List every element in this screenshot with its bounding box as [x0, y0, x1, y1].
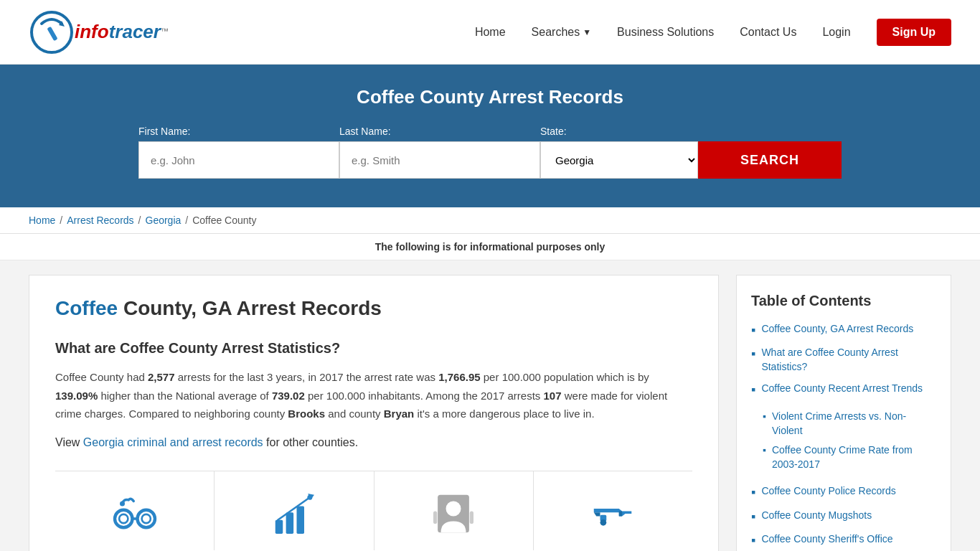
body-text-2: arrests for the last 3 years, in 2017 th… [178, 371, 435, 383]
svg-point-3 [115, 509, 133, 527]
stat-rate: 1,766.95 [438, 371, 480, 383]
body-text-8: it's a more dangerous place to live in. [417, 408, 594, 420]
county2: Bryan [384, 408, 415, 420]
svg-rect-15 [433, 511, 437, 524]
searches-link[interactable]: Searches ▼ [532, 26, 591, 39]
toc-link-police-records[interactable]: Coffee County Police Records [761, 484, 895, 499]
breadcrumb-current: Coffee County [192, 215, 256, 226]
body-text-1: Coffee County had [55, 371, 145, 383]
article-section: Coffee County, GA Arrest Records What ar… [29, 275, 719, 551]
toc-title: Table of Contents [751, 293, 936, 309]
svg-rect-9 [286, 512, 294, 534]
signup-button[interactable]: Sign Up [877, 19, 951, 46]
toc-item-statistics: ▪ What are Coffee County Arrest Statisti… [751, 346, 936, 374]
toc-bullet-6: ▪ [751, 532, 755, 549]
first-name-group: First Name: [138, 126, 339, 179]
last-name-label: Last Name: [339, 126, 540, 137]
logo-icon [29, 9, 75, 55]
breadcrumb-georgia[interactable]: Georgia [146, 215, 182, 226]
breadcrumb: Home / Arrest Records / Georgia / Coffee… [0, 207, 980, 234]
svg-point-18 [600, 519, 607, 525]
gun-icon [588, 489, 638, 539]
sidebar-toc: Table of Contents ▪ Coffee County, GA Ar… [736, 275, 951, 551]
svg-rect-8 [275, 519, 283, 533]
stat-national: 739.02 [272, 390, 305, 402]
toc-item-trends: ▪ Coffee County Recent Arrest Trends ▪ V… [751, 382, 936, 478]
search-form: First Name: Last Name: State: Georgia Al… [138, 126, 842, 179]
stat-violent: 107 [544, 390, 562, 402]
view-records-suffix: for other counties. [263, 436, 359, 448]
toc-sub-bullet-2: ▪ [763, 443, 766, 458]
toc-link-crime-rate[interactable]: Coffee County Crime Rate from 2003-2017 [772, 443, 936, 471]
svg-rect-2 [47, 26, 57, 40]
login-link[interactable]: Login [822, 26, 850, 39]
toc-link-mugshots[interactable]: Coffee County Mugshots [761, 509, 872, 523]
logo[interactable]: infotracer™ [29, 9, 169, 55]
home-link[interactable]: Home [475, 26, 506, 39]
breadcrumb-arrest-records[interactable]: Arrest Records [67, 215, 133, 226]
main-content: Coffee County, GA Arrest Records What ar… [0, 260, 980, 551]
svg-point-14 [446, 501, 461, 516]
stat-arrests: 2,577 [148, 371, 175, 383]
handcuffs-icon [110, 489, 160, 539]
toc-link-trends[interactable]: Coffee County Recent Arrest Trends [761, 382, 923, 396]
toc-link-violent[interactable]: Violent Crime Arrests vs. Non-Violent [772, 410, 936, 438]
breadcrumb-sep-3: / [185, 215, 188, 226]
last-name-group: Last Name: [339, 126, 540, 179]
nav-links: Home Searches ▼ Business Solutions Conta… [475, 19, 951, 46]
article-title-highlight: Coffee [55, 297, 118, 319]
svg-point-7 [120, 501, 125, 506]
toc-sub-item-crime-rate: ▪ Coffee County Crime Rate from 2003-201… [751, 443, 936, 471]
toc-link-statistics[interactable]: What are Coffee County Arrest Statistics… [761, 346, 936, 374]
gun-cell [534, 471, 692, 550]
handcuffs-cell [55, 471, 215, 550]
county1: Brooks [288, 408, 325, 420]
svg-point-6 [141, 514, 150, 522]
chart-cell [215, 471, 374, 550]
toc-list: ▪ Coffee County, GA Arrest Records ▪ Wha… [751, 322, 936, 551]
last-name-input[interactable] [339, 141, 540, 179]
toc-bullet-3: ▪ [751, 382, 755, 398]
toc-item-sheriff: ▪ Coffee County Sheriff's Office [751, 532, 936, 549]
toc-item-mugshots: ▪ Coffee County Mugshots [751, 509, 936, 525]
state-label: State: [540, 126, 698, 137]
toc-item-arrest-records: ▪ Coffee County, GA Arrest Records [751, 322, 936, 339]
georgia-records-link[interactable]: Georgia criminal and arrest records [83, 436, 263, 448]
view-records-line: View Georgia criminal and arrest records… [55, 436, 692, 449]
icons-row [55, 471, 692, 550]
view-records-prefix: View [55, 436, 83, 448]
breadcrumb-home[interactable]: Home [29, 215, 55, 226]
toc-link-sheriff[interactable]: Coffee County Sheriff's Office [761, 532, 892, 547]
search-button[interactable]: SEARCH [698, 141, 842, 179]
svg-point-4 [119, 514, 128, 522]
stat-pct: 139.09% [55, 390, 98, 402]
toc-sub-trends: ▪ Violent Crime Arrests vs. Non-Violent … [751, 410, 936, 477]
toc-bullet-5: ▪ [751, 509, 755, 525]
toc-sub-bullet-1: ▪ [763, 410, 766, 424]
state-select[interactable]: Georgia Alabama Florida [540, 141, 698, 179]
svg-rect-19 [619, 511, 622, 516]
toc-bullet-4: ▪ [751, 484, 755, 501]
chart-icon [269, 489, 319, 539]
contact-us-link[interactable]: Contact Us [740, 26, 796, 39]
person-icon [428, 489, 479, 539]
logo-tracer-text: tracer [109, 21, 161, 42]
body-text-5: per 100.000 inhabitants. Among the 2017 … [308, 390, 540, 402]
svg-rect-16 [470, 511, 473, 524]
navbar: infotracer™ Home Searches ▼ Business Sol… [0, 0, 980, 65]
body-text-7: and county [328, 408, 380, 420]
first-name-label: First Name: [138, 126, 339, 137]
body-text-4: higher than the National average of [100, 390, 268, 402]
business-solutions-link[interactable]: Business Solutions [617, 26, 714, 39]
person-cell [374, 471, 534, 550]
article-title-rest: County, GA Arrest Records [118, 297, 382, 319]
info-note: The following is for informational purpo… [0, 234, 980, 260]
toc-bullet-2: ▪ [751, 346, 755, 362]
body-text-3: per 100.000 population which is by [484, 371, 649, 383]
first-name-input[interactable] [138, 141, 339, 179]
breadcrumb-sep-2: / [138, 215, 141, 226]
svg-rect-10 [296, 506, 304, 534]
breadcrumb-sep-1: / [60, 215, 62, 226]
toc-link-arrest-records[interactable]: Coffee County, GA Arrest Records [761, 322, 913, 336]
hero-banner: Coffee County Arrest Records First Name:… [0, 65, 980, 207]
